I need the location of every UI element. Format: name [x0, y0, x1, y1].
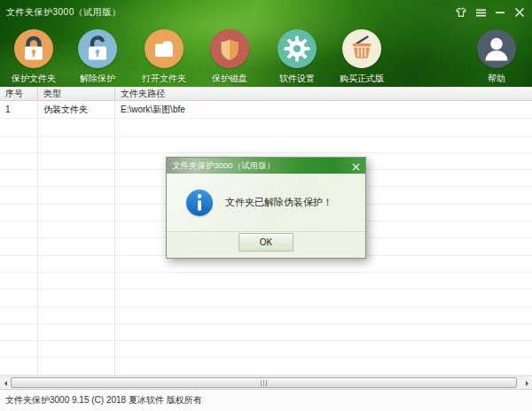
cell-type: 伪装文件夹 — [38, 102, 115, 118]
cell-index — [0, 324, 38, 340]
table-row — [0, 324, 532, 341]
table-row — [0, 341, 532, 358]
info-icon — [186, 190, 213, 216]
scrollbar-grip — [263, 380, 265, 386]
window-title: 文件夹保护3000（试用版） — [6, 0, 121, 25]
cell-path: E:\work\新图\bfe — [115, 102, 532, 118]
cell-type — [38, 273, 115, 289]
dialog-body: 文件夹已解除伪装保护！ — [167, 174, 365, 233]
toolbar-button-open-folder[interactable]: 打开文件夹 — [130, 29, 198, 85]
shield-icon — [210, 29, 249, 68]
cell-index — [0, 290, 38, 306]
toolbar-label: 保护磁盘 — [196, 73, 263, 85]
lock-open-icon — [78, 29, 117, 68]
cell-type — [38, 187, 115, 203]
cell-type — [38, 221, 115, 237]
scrollbar-thumb[interactable] — [11, 377, 517, 388]
cell-path — [115, 290, 532, 306]
cell-type — [38, 170, 115, 186]
toolbar-label: 购买正式版 — [328, 73, 395, 85]
cell-path — [115, 119, 532, 135]
scroll-right-arrow-icon[interactable] — [521, 376, 532, 390]
cell-index — [0, 307, 38, 323]
toolbar-button-protect-folder[interactable]: 保护文件夹 — [0, 29, 67, 85]
cell-path — [115, 358, 532, 374]
cell-index — [0, 238, 38, 254]
status-text: 文件夹保护3000 9.15 (C) 2018 夏冰软件 版权所有 — [5, 395, 202, 405]
toolbar-label: 软件设置 — [263, 73, 331, 85]
cell-index — [0, 170, 38, 186]
cell-type — [38, 256, 115, 272]
cell-path — [115, 307, 532, 323]
dialog-title-bar: 文件夹保护3000（试用版） — [167, 158, 365, 174]
cell-path — [115, 136, 532, 152]
cell-type — [38, 307, 115, 323]
gear-icon — [278, 29, 317, 68]
ok-button[interactable]: OK — [239, 233, 293, 252]
cell-type — [38, 290, 115, 306]
cell-index — [0, 273, 38, 289]
cell-type — [38, 238, 115, 254]
toolbar-button-protect-disk[interactable]: 保护磁盘 — [196, 29, 263, 85]
user-icon — [477, 29, 516, 68]
folder-icon — [145, 29, 184, 68]
scroll-left-arrow-icon[interactable] — [0, 376, 11, 390]
lock-closed-icon — [14, 29, 53, 68]
cell-index — [0, 221, 38, 237]
cell-path — [115, 273, 532, 289]
table-header: 序号 类型 文件夹路径 — [0, 87, 532, 101]
cell-index — [0, 187, 38, 203]
toolbar-label: 保护文件夹 — [0, 73, 67, 85]
table-row — [0, 358, 532, 375]
basket-icon — [342, 29, 381, 68]
toolbar-label: 打开文件夹 — [130, 73, 198, 85]
cell-type — [38, 324, 115, 340]
cell-type — [38, 358, 115, 374]
cell-index — [0, 119, 38, 135]
toolbar-button-help[interactable]: 帮助 — [463, 29, 530, 85]
cell-index — [0, 256, 38, 272]
skin-shirt-icon[interactable] — [454, 5, 468, 19]
table-row — [0, 119, 532, 136]
cell-type — [38, 119, 115, 135]
cell-path — [115, 341, 532, 357]
dialog-title: 文件夹保护3000（试用版） — [172, 160, 275, 170]
horizontal-scrollbar[interactable] — [0, 376, 532, 389]
dialog-close-icon[interactable] — [350, 161, 361, 172]
cell-type — [38, 153, 115, 169]
minimize-icon[interactable] — [493, 5, 507, 19]
cell-path — [115, 324, 532, 340]
dialog-message: 文件夹已解除伪装保护！ — [225, 196, 332, 209]
table-row — [0, 273, 532, 290]
column-header-index[interactable]: 序号 — [0, 87, 38, 100]
cell-index — [0, 136, 38, 152]
status-bar: 文件夹保护3000 9.15 (C) 2018 夏冰软件 版权所有 — [0, 389, 532, 411]
table-row — [0, 290, 532, 306]
table-row — [0, 136, 532, 153]
toolbar-button-settings[interactable]: 软件设置 — [263, 29, 331, 85]
message-dialog: 文件夹保护3000（试用版） 文件夹已解除伪装保护！ OK — [166, 157, 366, 259]
toolbar-button-buy-full-version[interactable]: 购买正式版 — [328, 29, 395, 85]
cell-index — [0, 153, 38, 169]
cell-index: 1 — [0, 102, 38, 118]
cell-type — [38, 341, 115, 357]
close-icon[interactable] — [512, 5, 527, 19]
title-bar: 文件夹保护3000（试用版） — [0, 0, 532, 25]
toolbar-button-remove-protection[interactable]: 解除保护 — [64, 29, 131, 85]
column-header-type[interactable]: 类型 — [38, 87, 115, 100]
table-row — [0, 307, 532, 324]
toolbar-label: 解除保护 — [64, 73, 131, 85]
cell-type — [38, 136, 115, 152]
cell-type — [38, 205, 115, 221]
cell-index — [0, 205, 38, 221]
window-controls — [454, 0, 527, 25]
cell-index — [0, 358, 38, 374]
app-window: 文件夹保护3000（试用版） — [0, 0, 532, 411]
menu-icon[interactable] — [473, 5, 488, 19]
table-row[interactable]: 1伪装文件夹E:\work\新图\bfe — [0, 102, 532, 119]
cell-index — [0, 341, 38, 357]
window-header: 文件夹保护3000（试用版） — [0, 0, 532, 87]
column-header-path[interactable]: 文件夹路径 — [115, 87, 532, 100]
toolbar-label: 帮助 — [463, 73, 530, 85]
